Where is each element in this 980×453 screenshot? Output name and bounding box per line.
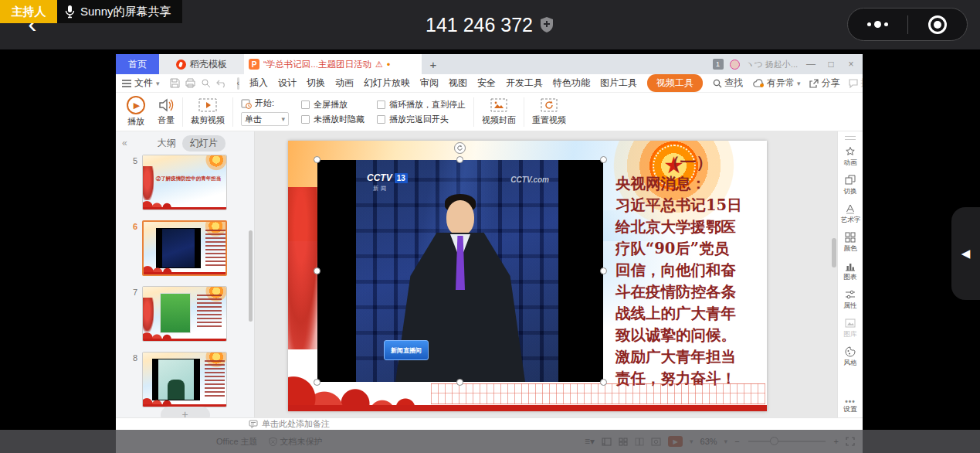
preview-icon[interactable]: [201, 78, 211, 88]
notification-badge[interactable]: 1: [713, 59, 724, 70]
menu-review[interactable]: 审阅: [420, 77, 439, 90]
tab-slides[interactable]: 幻灯片: [182, 135, 226, 152]
drawer-pull-tab[interactable]: ◀: [951, 207, 980, 300]
user-avatar[interactable]: [730, 60, 740, 70]
menu-find-label: 查找: [724, 77, 743, 90]
panel-scrollbar[interactable]: [249, 230, 253, 322]
undo-icon[interactable]: [216, 79, 227, 88]
slide-thumb-row-8: 8: [127, 352, 254, 407]
sidebar-settings[interactable]: ••• 设置: [843, 400, 857, 414]
sidebar-style[interactable]: 风格: [843, 346, 857, 368]
resize-handle-nw[interactable]: [314, 156, 320, 163]
thumb-clouds-decor: [143, 197, 193, 208]
print-icon[interactable]: [185, 78, 195, 88]
thumb-red-strip: [143, 339, 226, 341]
toolbar-divider: [473, 97, 474, 127]
menu-scroll-left[interactable]: ‹: [237, 77, 239, 90]
add-slide-button[interactable]: +: [161, 407, 210, 417]
warning-icon[interactable]: ⚠: [375, 60, 383, 70]
fullscreen-checkbox[interactable]: 全屏播放: [301, 99, 365, 111]
cctv-site-label: CCTV.com: [510, 175, 549, 184]
notes-bar[interactable]: 单击此处添加备注: [116, 417, 863, 430]
sidebar-gallery[interactable]: 图库: [843, 318, 857, 339]
rotate-handle[interactable]: [454, 142, 466, 154]
tab-document[interactable]: P “学总书记回...主题团日活动 ⚠ •: [244, 54, 422, 74]
menu-share[interactable]: 分享: [809, 77, 839, 90]
menu-insert[interactable]: 插入: [249, 77, 268, 90]
slides-panel: « 大纲 幻灯片 5 ②了解疫情防控中的青年担当: [116, 131, 255, 417]
menu-comment[interactable]: 批注: [849, 77, 863, 90]
menu-features[interactable]: 特色功能: [553, 77, 590, 90]
minimize-window-button[interactable]: —: [804, 59, 818, 70]
loop-checkbox[interactable]: 循环播放，直到停止: [377, 99, 466, 111]
more-options-button[interactable]: [848, 9, 907, 40]
slide-video[interactable]: CCTV 13 新闻 CCTV.com 新闻直播间: [317, 160, 603, 382]
sidebar-chart[interactable]: 图表: [843, 261, 857, 282]
menu-view[interactable]: 视图: [449, 77, 467, 90]
minimize-capsule-button[interactable]: [908, 9, 968, 40]
reset-video-button[interactable]: 重置视频: [526, 97, 572, 126]
playback-checkboxes-2: 循环播放，直到停止 播放完返回开头: [371, 99, 472, 125]
new-tab-button[interactable]: +: [422, 54, 445, 74]
rewind-checkbox[interactable]: 播放完返回开头: [377, 114, 466, 125]
resize-handle-se[interactable]: [600, 379, 607, 386]
style-circle-icon: [845, 346, 856, 357]
canvas-scrollbar[interactable]: [832, 238, 836, 267]
slide-thumbnail-6-selected[interactable]: [142, 220, 227, 276]
tab-docer[interactable]: 稻壳模板: [159, 54, 244, 74]
bar-chart-icon: [845, 261, 856, 271]
volume-button[interactable]: 音量: [151, 97, 181, 126]
save-icon[interactable]: [170, 78, 180, 88]
wps-menubar: 文件 ▾ ‹ 插入 设计 切换 动画 幻灯片放映 审阅 视图 安全 开发工具 特…: [116, 74, 863, 93]
slide-text-block[interactable]: （一） 央视网消息： 习近平总书记15日 给北京大学援鄂医 疗队“90后”党员 …: [615, 152, 761, 390]
slide-text-line: 战线上的广大青年: [615, 303, 761, 325]
trim-video-button[interactable]: 裁剪视频: [185, 97, 231, 126]
menu-slideshow[interactable]: 幻灯片放映: [364, 77, 410, 90]
resize-handle-n[interactable]: [456, 156, 463, 163]
sidebar-animation[interactable]: 动画: [843, 146, 857, 168]
resize-handle-e[interactable]: [600, 267, 607, 274]
sidebar-wordart[interactable]: 艺术字: [840, 203, 861, 225]
collapse-panel-icon[interactable]: «: [122, 138, 127, 148]
checkbox-icon: [377, 100, 385, 109]
thumb-clouds-decor: [144, 262, 193, 273]
menu-file[interactable]: 文件 ▾: [122, 77, 160, 90]
menu-find[interactable]: 查找: [713, 77, 743, 90]
menu-devtools[interactable]: 开发工具: [506, 77, 543, 90]
menu-security[interactable]: 安全: [477, 77, 496, 90]
menu-animation[interactable]: 动画: [335, 77, 354, 90]
resize-handle-sw[interactable]: [314, 379, 320, 386]
menu-design[interactable]: 设计: [278, 77, 297, 90]
menu-transition[interactable]: 切换: [307, 77, 325, 90]
sidebar-style-label: 风格: [843, 358, 856, 367]
sidebar-transition[interactable]: 切换: [843, 175, 857, 196]
video-cover-button[interactable]: 视频封面: [476, 97, 522, 126]
sidebar-drag-handle[interactable]: [845, 136, 856, 140]
play-icon: ▶: [127, 96, 145, 114]
play-button[interactable]: ▶ 播放: [120, 96, 151, 128]
menu-abnormal[interactable]: 有异常 ▾: [753, 77, 801, 90]
slide-thumbnail-7[interactable]: [142, 286, 227, 342]
slide-thumbnail-8[interactable]: [142, 352, 227, 407]
restore-window-button[interactable]: □: [824, 59, 838, 70]
star-sparkle-icon: [845, 146, 856, 157]
menu-file-label: 文件: [134, 77, 153, 90]
menu-video-tools-active[interactable]: 视频工具: [647, 74, 703, 92]
start-mode-dropdown[interactable]: 单击 ▾: [241, 112, 289, 126]
resize-handle-s[interactable]: [456, 379, 463, 386]
resize-handle-ne[interactable]: [600, 156, 607, 163]
user-name[interactable]: ヽつ 扬起小...: [746, 59, 798, 70]
hide-when-stopped-checkbox[interactable]: 未播放时隐藏: [301, 114, 365, 125]
menu-picture-tools[interactable]: 图片工具: [600, 77, 637, 90]
slide-section-label: （一）: [615, 152, 761, 173]
sidebar-properties[interactable]: 属性: [843, 289, 857, 311]
thumb-red-strip: [143, 207, 226, 209]
tab-home[interactable]: 首页: [116, 54, 159, 74]
screen-share-bar: [0, 430, 980, 453]
tab-outline[interactable]: 大纲: [158, 137, 176, 150]
resize-handle-w[interactable]: [314, 267, 320, 274]
slide-6[interactable]: ★ CCTV 13 新闻 CCTV.com: [288, 141, 767, 411]
sidebar-color[interactable]: 颜色: [843, 232, 857, 254]
slide-thumbnail-5[interactable]: ②了解疫情防控中的青年担当: [142, 155, 227, 210]
close-window-button[interactable]: ×: [844, 59, 858, 70]
